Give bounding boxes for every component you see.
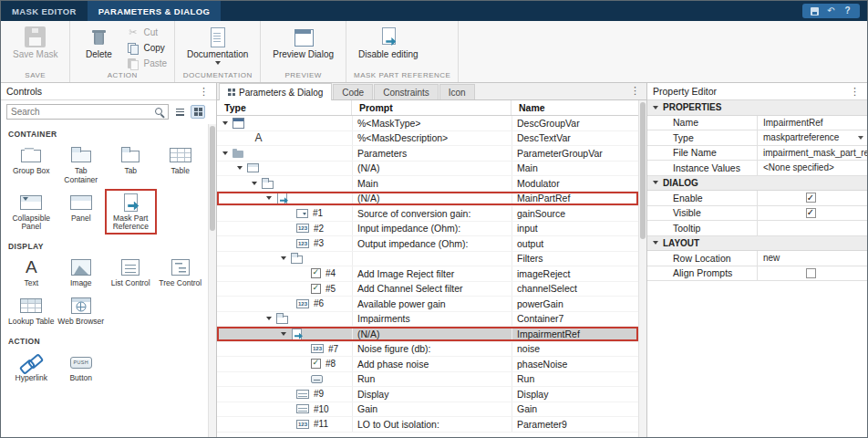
control-item-tab-container[interactable]: Tab Container xyxy=(57,142,107,187)
quick-access-toolbar xyxy=(802,4,860,18)
editor-tab-icon[interactable]: Icon xyxy=(439,84,475,99)
titlebar-tabs: MASK EDITORPARAMETERS & DIALOG xyxy=(1,1,221,21)
controls-section-label-display: DISPLAY xyxy=(1,235,207,254)
list-view-icon xyxy=(176,109,184,116)
tree-cell-name: DescTextVar xyxy=(512,131,638,146)
tree-cell-prompt: Parameters xyxy=(352,146,512,161)
property-editor-menu-icon[interactable] xyxy=(848,87,862,97)
documentation-button[interactable]: Documentation xyxy=(182,24,253,68)
control-item-text[interactable]: Text xyxy=(6,255,57,290)
control-item-panel[interactable]: Panel xyxy=(57,190,107,235)
control-item-tab[interactable]: Tab xyxy=(106,142,156,187)
tree-row-modulator[interactable]: MainModulator xyxy=(217,176,638,192)
tree-scrollbar-thumb[interactable] xyxy=(640,102,646,239)
ribbon-section-label-documentation: DOCUMENTATION xyxy=(182,69,253,82)
tree-control-icon xyxy=(169,258,192,276)
expander-icon[interactable] xyxy=(222,151,228,155)
tree-cell-name: ParameterGroupVar xyxy=(512,146,638,161)
tree-row-parametergroupvar[interactable]: ParametersParameterGroupVar xyxy=(217,146,638,162)
dialog-form-icon xyxy=(228,89,235,96)
tree-row-input[interactable]: #2Input impedance (Ohm):input xyxy=(217,222,638,237)
control-item-web-browser[interactable]: Web Browser xyxy=(57,293,107,328)
control-item-hyperlink[interactable]: Hyperlink xyxy=(6,349,57,385)
controls-scrollbar-thumb[interactable] xyxy=(210,126,215,231)
ribbon-section-label-preview: PREVIEW xyxy=(268,69,338,82)
control-item-group-box[interactable]: Group Box xyxy=(6,142,57,187)
tree-cell-name: Run xyxy=(512,372,638,387)
titlebar-tab-mask-editor[interactable]: MASK EDITOR xyxy=(1,1,88,21)
tree-row-imagereject[interactable]: #4Add Image Reject filterimageReject xyxy=(217,266,638,282)
column-header-name[interactable]: Name xyxy=(512,100,638,115)
control-item-image[interactable]: Image xyxy=(57,255,107,290)
tree-scrollbar[interactable] xyxy=(638,100,646,437)
grid-view-button[interactable] xyxy=(191,105,205,119)
tree-cell-prompt: Source of conversion gain: xyxy=(352,206,512,221)
tree-row-container7[interactable]: ImpairmentsContainer7 xyxy=(217,312,638,328)
tree-row-filters[interactable]: Filters xyxy=(217,252,638,267)
ribbon-section-label-action: ACTION xyxy=(78,69,167,82)
undo-icon[interactable] xyxy=(827,6,835,16)
column-header-type[interactable]: Type xyxy=(217,100,352,115)
control-item-mask-part-reference[interactable]: Mask Part Reference xyxy=(106,190,156,235)
copy-button[interactable]: Copy xyxy=(127,42,167,54)
tree-row-mainpartref[interactable]: (N/A)MainPartRef xyxy=(217,192,638,207)
tree-row-gain[interactable]: #10GainGain xyxy=(217,402,638,418)
dropdown-caret-icon[interactable] xyxy=(858,136,863,140)
tree-row-impairmentref[interactable]: (N/A)ImpairmentRef xyxy=(217,327,638,342)
property-section-dialog[interactable]: DIALOG xyxy=(647,176,867,192)
visible-checkbox[interactable] xyxy=(806,208,816,218)
ribbon-section-label-save: SAVE xyxy=(8,69,62,82)
column-header-prompt[interactable]: Prompt xyxy=(352,100,512,115)
tree-row-main[interactable]: (N/A)Main xyxy=(217,162,638,177)
enable-checkbox[interactable] xyxy=(806,193,816,203)
property-section-layout[interactable]: LAYOUT xyxy=(647,236,867,252)
disable-editing-button[interactable]: Disable editing xyxy=(354,24,423,62)
editor-tab-parameters-dialog[interactable]: Parameters & Dialog xyxy=(219,83,332,100)
expander-icon[interactable] xyxy=(266,196,272,200)
tree-row-noise[interactable]: #7Noise figure (db):noise xyxy=(217,342,638,358)
tree-row-display[interactable]: #9DisplayDisplay xyxy=(217,387,638,402)
control-item-lookup-table[interactable]: Lookup Table xyxy=(6,293,57,328)
control-item-tree-control[interactable]: Tree Control xyxy=(156,255,206,290)
editor-tabs: Parameters & DialogCodeConstraintsIcon xyxy=(217,83,646,100)
expander-icon[interactable] xyxy=(237,166,243,170)
save-icon[interactable] xyxy=(811,7,819,16)
mask-editor-window: MASK EDITORPARAMETERS & DIALOG Save Mask… xyxy=(0,0,868,438)
tree-row-phasenoise[interactable]: #8Add phase noisephaseNoise xyxy=(217,357,638,372)
editor-tabs-menu-icon[interactable] xyxy=(628,86,642,96)
controls-menu-icon[interactable] xyxy=(197,87,211,97)
editor-tab-constraints[interactable]: Constraints xyxy=(374,84,439,99)
tree-row-parameter9[interactable]: #11LO to Out isolation:Parameter9 xyxy=(217,417,638,433)
delete-button[interactable]: Delete xyxy=(78,24,119,62)
control-item-button[interactable]: Button xyxy=(57,349,107,385)
tree-row-run[interactable]: RunRun xyxy=(217,372,638,388)
expander-icon[interactable] xyxy=(252,182,257,185)
search-input[interactable] xyxy=(11,107,155,117)
tree-row-powergain[interactable]: #6Available power gainpowerGain xyxy=(217,297,638,312)
control-item-list-control[interactable]: List Control xyxy=(106,255,156,290)
checkbox-icon xyxy=(311,284,321,294)
expander-icon[interactable] xyxy=(266,317,272,320)
property-section-properties[interactable]: PROPERTIES xyxy=(647,100,867,116)
tree-row-output[interactable]: #3Output impedance (Ohm):output xyxy=(217,236,638,252)
tab-icon xyxy=(291,253,303,264)
help-icon[interactable] xyxy=(843,6,852,16)
dropdown-caret-icon xyxy=(215,61,221,65)
tree-row-channelselect[interactable]: #5Add Channel Select filterchannelSelect xyxy=(217,282,638,297)
property-row-enable: Enable xyxy=(647,191,867,206)
expander-icon[interactable] xyxy=(281,256,286,260)
align-prompts-checkbox[interactable] xyxy=(806,268,816,278)
tree-row-descgroupvar[interactable]: %<MaskType>DescGroupVar xyxy=(217,116,638,131)
expander-icon[interactable] xyxy=(222,121,228,125)
list-view-button[interactable] xyxy=(172,105,187,119)
control-item-collapsible-panel[interactable]: Collapsible Panel xyxy=(6,190,57,235)
tree-row-desctextvar[interactable]: %<MaskDescription>DescTextVar xyxy=(217,131,638,147)
controls-search-row xyxy=(1,100,216,123)
titlebar-tab-parameters-dialog[interactable]: PARAMETERS & DIALOG xyxy=(88,1,221,21)
tree-row-gainsource[interactable]: #1Source of conversion gain:gainSource xyxy=(217,206,638,222)
preview-dialog-button[interactable]: Preview Dialog xyxy=(268,24,338,62)
controls-scrollbar[interactable] xyxy=(208,124,216,437)
expander-icon[interactable] xyxy=(281,332,286,336)
editor-tab-code[interactable]: Code xyxy=(333,84,373,99)
control-item-table[interactable]: Table xyxy=(156,142,206,187)
